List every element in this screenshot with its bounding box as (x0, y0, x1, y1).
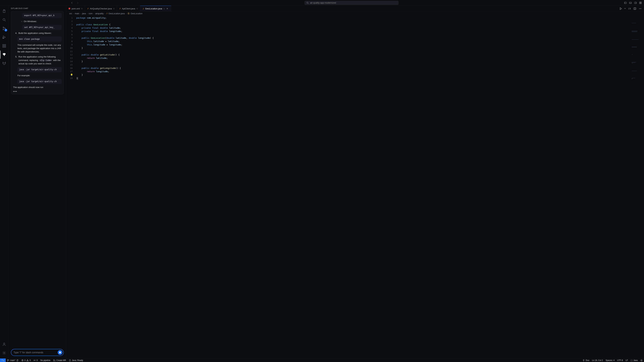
svg-point-24 (8, 361, 8, 361)
toggle-panel-button[interactable] (628, 1, 632, 5)
svg-rect-5 (641, 2, 642, 3)
breadcrumb-symbol[interactable]: GeoLocation (131, 12, 142, 15)
activity-scm[interactable]: 7 (0, 24, 8, 32)
code-content[interactable]: package com.airquality; public class Geo… (75, 15, 644, 358)
activity-run[interactable] (0, 33, 8, 41)
chat-message: export API_KEY=your_api_k ○On Windows: s… (11, 11, 64, 94)
status-problems[interactable]: 0 0 (20, 359, 32, 362)
search-text: air-quality-app-modernized (310, 1, 336, 4)
tab-label: pom.xml (72, 7, 80, 10)
sync-icon (16, 359, 18, 362)
minimap[interactable] (632, 16, 643, 26)
remote-indicator[interactable] (0, 359, 6, 362)
command-center-search[interactable]: air-quality-app-modernized (304, 1, 398, 5)
activity-accounts[interactable] (0, 340, 8, 348)
activity-duo-chat[interactable] (0, 51, 8, 59)
tab-close-button[interactable]: ✕ (166, 7, 168, 10)
tab-label: ApiClient.java (122, 7, 135, 10)
status-duo[interactable]: Duo (581, 359, 591, 362)
status-ports[interactable]: 0 (32, 359, 39, 362)
activity-search[interactable] (0, 16, 8, 24)
status-encoding[interactable]: UTF-8 (616, 359, 624, 362)
search-icon (306, 2, 309, 4)
chat-text: This command will compile the code, run … (18, 43, 62, 53)
breadcrumb-segment[interactable]: airquality (95, 12, 104, 15)
breadcrumb-file[interactable]: GeoLocation.java (108, 12, 124, 15)
tab-pom-xml[interactable]: pom.xml U (66, 6, 85, 11)
chat-input-container (11, 349, 64, 356)
svg-rect-16 (4, 44, 6, 45)
svg-rect-6 (640, 3, 640, 4)
split-editor-button[interactable] (632, 6, 637, 11)
svg-point-8 (3, 18, 5, 21)
chat-stop-button[interactable] (58, 350, 62, 355)
code-snippet: mvn clean package (18, 36, 62, 42)
tab-status-badge: U (164, 8, 165, 10)
status-cursor-position[interactable]: Ln 19, Col 2 (591, 359, 604, 362)
activity-settings[interactable] (0, 349, 8, 357)
chat-text: The application should now run (13, 86, 62, 89)
toggle-secondary-sidebar-button[interactable] (633, 1, 638, 5)
compare-changes-button[interactable] (627, 6, 632, 11)
java-icon: J (106, 12, 107, 15)
chat-input[interactable] (14, 351, 58, 354)
nav-back-button[interactable] (70, 1, 74, 5)
run-file-button[interactable] (618, 6, 623, 11)
more-actions-button[interactable] (638, 6, 642, 11)
breadcrumb[interactable]: src› main› java› com› airquality› J GeoL… (66, 11, 644, 15)
tab-status-badge: U (113, 7, 114, 9)
chat-text: On Windows: (24, 20, 37, 23)
code-snippet: java -jar target/air-quality-ch (18, 79, 62, 84)
tab-apiclient[interactable]: J ApiClient.java U (117, 6, 140, 11)
status-branch[interactable]: main* (6, 359, 20, 362)
typing-indicator: ••• (13, 91, 62, 92)
svg-rect-2 (630, 2, 632, 4)
svg-point-10 (3, 29, 4, 30)
nav-forward-button[interactable] (76, 1, 80, 5)
run-dropdown-button[interactable] (624, 6, 626, 11)
breadcrumb-segment[interactable]: java (82, 12, 86, 15)
status-indentation[interactable]: Spaces: 4 (604, 359, 616, 362)
lightbulb-icon[interactable]: 💡 (70, 73, 73, 77)
svg-point-0 (307, 2, 308, 3)
chat-text: Build the application using Maven: (18, 31, 52, 35)
svg-rect-4 (640, 2, 640, 3)
editor-tabs: pom.xml U J AirQualityChecker.java U J A… (66, 6, 644, 11)
chat-text: Run the application using the following … (18, 55, 62, 65)
status-notifications[interactable] (639, 359, 644, 362)
svg-point-28 (54, 360, 54, 360)
tab-airqualitychecker[interactable]: J AirQualityChecker.java U (85, 6, 117, 11)
chat-panel: GITLAB DUO CHAT export API_KEY=your_api_… (8, 6, 66, 358)
svg-point-21 (640, 8, 640, 9)
toggle-primary-sidebar-button[interactable] (623, 1, 628, 5)
java-icon: J (88, 7, 88, 10)
svg-point-22 (641, 8, 641, 9)
editor-area: pom.xml U J AirQualityChecker.java U J A… (66, 6, 644, 358)
status-java-ready[interactable]: Java: Ready (68, 359, 84, 362)
line-gutter: 1234567891011121314151617💡1819 (66, 15, 75, 358)
tab-status-badge: U (81, 7, 82, 9)
chat-text: For example: (18, 74, 62, 77)
activity-extensions[interactable] (0, 42, 8, 50)
status-bar: main* 0 0 0 No pipeline Create MR Java: … (0, 358, 644, 362)
status-eol[interactable]: LF (624, 359, 629, 362)
svg-rect-13 (3, 44, 4, 45)
activity-explorer[interactable] (0, 7, 8, 15)
tab-geolocation[interactable]: J GeoLocation.java U ✕ (140, 6, 171, 11)
activity-gitlab[interactable] (0, 59, 8, 67)
svg-point-23 (8, 360, 8, 360)
svg-point-20 (639, 8, 640, 9)
breadcrumb-segment[interactable]: com (88, 12, 92, 15)
code-editor[interactable]: 1234567891011121314151617💡1819 package c… (66, 15, 644, 358)
status-pipeline[interactable]: No pipeline (39, 359, 52, 362)
stop-icon (59, 352, 61, 353)
status-create-mr[interactable]: Create MR (52, 359, 68, 362)
breadcrumb-segment[interactable]: src (69, 12, 72, 15)
svg-rect-1 (624, 2, 626, 4)
breadcrumb-segment[interactable]: main (75, 12, 79, 15)
status-language[interactable]: { } Java (629, 359, 639, 362)
chat-panel-title: GITLAB DUO CHAT (11, 7, 64, 9)
svg-point-27 (34, 360, 35, 361)
customize-layout-button[interactable] (638, 1, 643, 5)
activity-bar: 7 (0, 6, 8, 358)
